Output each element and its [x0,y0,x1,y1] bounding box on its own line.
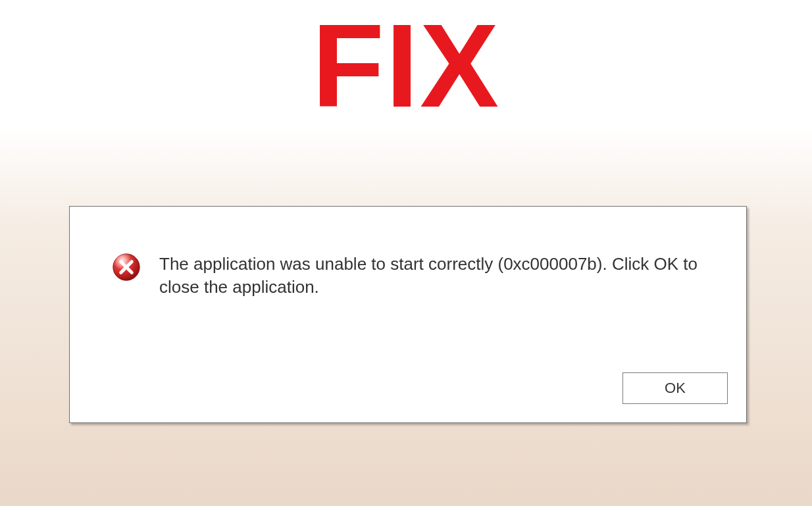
dialog-message: The application was unable to start corr… [159,253,704,299]
error-icon [112,253,141,282]
error-dialog: The application was unable to start corr… [69,206,747,423]
dialog-body: The application was unable to start corr… [70,207,746,312]
headline-text: FIX [312,7,500,125]
ok-button[interactable]: OK [622,372,728,404]
dialog-footer: OK [622,372,728,404]
